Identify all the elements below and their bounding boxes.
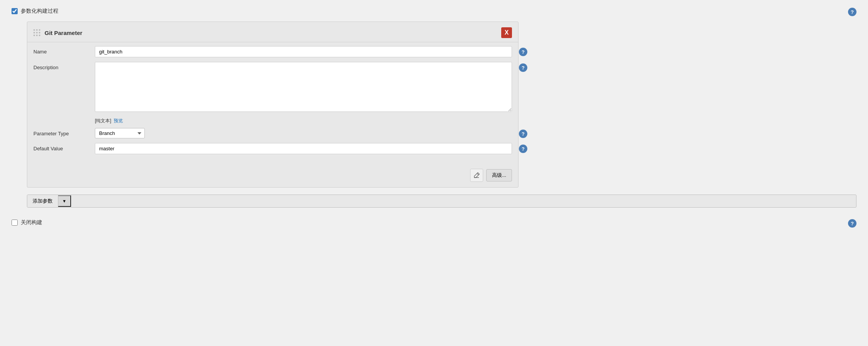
add-param-button-group: 添加参数 ▼ — [27, 195, 856, 208]
description-label: Description — [33, 62, 95, 70]
description-control-wrap — [95, 62, 512, 113]
default-value-input[interactable] — [95, 143, 512, 154]
git-parameter-panel: Git Parameter X Name ? — [27, 22, 518, 188]
default-value-control-wrap — [95, 143, 512, 154]
parameterized-build-label[interactable]: 参数化构建过程 — [12, 8, 58, 15]
parameterized-build-text: 参数化构建过程 — [21, 8, 58, 15]
help-circle-description[interactable]: ? — [519, 63, 527, 72]
help-circle-default-value[interactable]: ? — [519, 145, 527, 153]
add-param-main-button[interactable]: 添加参数 — [27, 195, 58, 207]
panel-title-row: Git Parameter — [33, 29, 82, 37]
description-row: Description ? — [33, 62, 512, 113]
help-circle-bottom[interactable]: ? — [848, 219, 856, 228]
bottom-checkbox-row: 关闭构建 ? — [12, 219, 856, 226]
panel-header: Git Parameter X — [27, 22, 518, 42]
help-circle-top[interactable]: ? — [848, 8, 856, 16]
default-value-label: Default Value — [33, 143, 95, 151]
close-button[interactable]: X — [501, 27, 512, 38]
svg-rect-0 — [474, 177, 479, 178]
edit-icon-button[interactable] — [470, 169, 483, 182]
edit-icon — [473, 171, 480, 179]
help-icon-bottom-right[interactable]: ? — [848, 219, 856, 228]
name-control-wrap — [95, 46, 512, 57]
panel-title: Git Parameter — [45, 30, 82, 36]
name-row: Name ? — [33, 46, 512, 57]
name-input[interactable] — [95, 46, 512, 57]
page-wrapper: 参数化构建过程 ? Git Parameter X — [0, 0, 868, 346]
parameter-type-control-wrap: Branch Tag Revision Pull Request — [95, 128, 512, 138]
advanced-button[interactable]: 高级... — [486, 169, 512, 181]
parameterized-build-checkbox[interactable] — [12, 8, 18, 14]
add-param-row: 添加参数 ▼ — [27, 195, 856, 208]
add-param-arrow-button[interactable]: ▼ — [58, 195, 71, 207]
parameter-type-select[interactable]: Branch Tag Revision Pull Request — [95, 128, 145, 138]
default-value-row: Default Value ? — [33, 143, 512, 154]
close-build-text: 关闭构建 — [21, 219, 42, 226]
parameter-type-label: Parameter Type — [33, 128, 95, 136]
close-build-label[interactable]: 关闭构建 — [12, 219, 42, 226]
parameter-type-row: Parameter Type Branch Tag Revision Pull … — [33, 128, 512, 138]
panel-footer: 高级... — [27, 165, 518, 187]
help-icon-top-right[interactable]: ? — [848, 8, 856, 16]
drag-handle[interactable] — [33, 29, 41, 37]
top-checkbox-row: 参数化构建过程 ? — [12, 8, 856, 15]
help-circle-name[interactable]: ? — [519, 48, 527, 56]
close-build-checkbox[interactable] — [12, 220, 18, 226]
text-format-row: [纯文本] 预览 — [95, 118, 512, 124]
text-format-preview-link[interactable]: 预览 — [114, 118, 123, 124]
text-format-plain: [纯文本] — [95, 118, 111, 124]
description-textarea[interactable] — [95, 62, 512, 112]
form-section: Name ? Description ? — [27, 42, 518, 165]
name-label: Name — [33, 46, 95, 55]
help-circle-parameter-type[interactable]: ? — [519, 130, 527, 138]
